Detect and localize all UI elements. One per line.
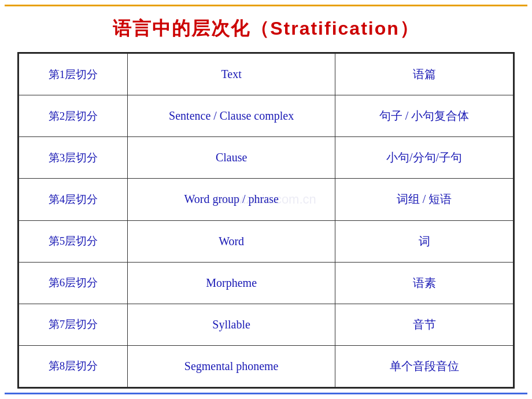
english-term: Word group / phrase — [128, 179, 335, 220]
level-label: 第3层切分 — [19, 137, 128, 179]
table-row: 第7层切分Syllable音节 — [19, 304, 513, 345]
level-label: 第7层切分 — [19, 304, 128, 345]
english-term: Sentence / Clause complex — [128, 95, 335, 137]
english-term: Morpheme — [128, 262, 335, 304]
level-label: 第1层切分 — [19, 54, 128, 95]
table-row: 第6层切分Morpheme语素 — [19, 262, 513, 304]
chinese-term: 词 — [335, 220, 513, 262]
english-term: Text — [128, 54, 335, 95]
table-row: 第8层切分Segmental phoneme单个音段音位 — [19, 345, 513, 387]
table-container: 第1层切分Text语篇第2层切分Sentence / Clause comple… — [17, 52, 515, 389]
english-term: Clause — [128, 137, 335, 179]
chinese-term: 句子 / 小句复合体 — [335, 95, 513, 137]
chinese-term: 词组 / 短语 — [335, 179, 513, 220]
level-label: 第8层切分 — [19, 345, 128, 387]
bottom-border — [5, 393, 527, 394]
chinese-term: 小句/分句/子句 — [335, 137, 513, 179]
chinese-term: 语篇 — [335, 54, 513, 95]
content-wrapper: 语言中的层次化（Stratification） 第1层切分Text语篇第2层切分… — [0, 0, 532, 399]
english-term: Segmental phoneme — [128, 345, 335, 387]
stratification-table: 第1层切分Text语篇第2层切分Sentence / Clause comple… — [19, 53, 513, 387]
level-label: 第5层切分 — [19, 220, 128, 262]
table-row: 第4层切分Word group / phrase词组 / 短语 — [19, 179, 513, 220]
english-term: Syllable — [128, 304, 335, 345]
level-label: 第6层切分 — [19, 262, 128, 304]
table-row: 第3层切分Clause小句/分句/子句 — [19, 137, 513, 179]
level-label: 第2层切分 — [19, 95, 128, 137]
english-term: Word — [128, 220, 335, 262]
table-row: 第1层切分Text语篇 — [19, 54, 513, 95]
chinese-term: 音节 — [335, 304, 513, 345]
table-row: 第2层切分Sentence / Clause complex句子 / 小句复合体 — [19, 95, 513, 137]
top-border — [5, 5, 527, 6]
chinese-term: 语素 — [335, 262, 513, 304]
table-row: 第5层切分Word词 — [19, 220, 513, 262]
level-label: 第4层切分 — [19, 179, 128, 220]
chinese-term: 单个音段音位 — [335, 345, 513, 387]
page-title: 语言中的层次化（Stratification） — [17, 16, 515, 42]
